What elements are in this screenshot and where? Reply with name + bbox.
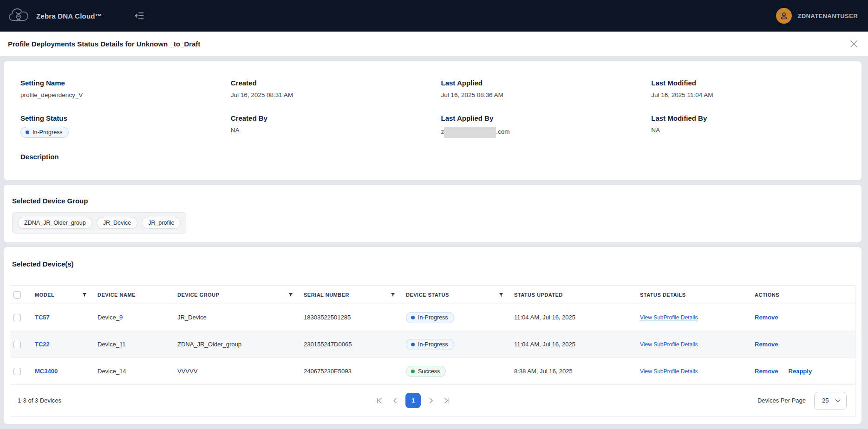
status-updated-cell: 11:04 AM, Jul 16, 2025 xyxy=(510,341,636,348)
filter-icon[interactable] xyxy=(390,292,396,298)
table-row: TC22Device_11ZDNA_JR_Older_group23015524… xyxy=(10,331,855,358)
selected-devices-title: Selected Device(s) xyxy=(12,260,855,268)
remove-action-link[interactable]: Remove xyxy=(755,368,778,375)
created-label: Created xyxy=(231,79,441,87)
overview-column-3: Last Applied Jul 16, 2025 08:36 AM Last … xyxy=(441,79,652,180)
reapply-action-link[interactable]: Reapply xyxy=(789,368,812,375)
row-checkbox[interactable] xyxy=(13,368,21,375)
sidebar-collapse-icon[interactable] xyxy=(133,9,146,22)
status-updated-cell: 8:38 AM, Jul 16, 2025 xyxy=(510,368,636,375)
device-status-text: In-Progress xyxy=(418,314,448,321)
first-page-icon[interactable] xyxy=(374,395,385,406)
person-icon xyxy=(779,11,789,20)
column-header-device-name[interactable]: DEVICE NAME xyxy=(94,292,174,298)
column-header-status-updated[interactable]: STATUS UPDATED xyxy=(510,292,636,298)
column-header-device-group[interactable]: DEVICE GROUP xyxy=(174,292,300,298)
column-header-actions[interactable]: ACTIONS xyxy=(751,292,855,298)
dialog-title-bar: Profile Deployments Status Details for U… xyxy=(0,32,868,56)
serial-number-cell: 230155247D0065 xyxy=(300,341,402,348)
remove-action-link[interactable]: Remove xyxy=(755,314,778,321)
remove-action-link[interactable]: Remove xyxy=(755,341,778,348)
email-prefix: z xyxy=(441,128,444,135)
row-checkbox[interactable] xyxy=(13,314,21,321)
view-subprofile-details-link[interactable]: View SubProfile Details xyxy=(640,368,698,375)
column-header-status-details[interactable]: STATUS DETAILS xyxy=(636,292,751,298)
description-value xyxy=(20,165,231,173)
field-setting-status: Setting Status In-Progress xyxy=(20,114,231,138)
devices-table-header: MODEL DEVICE NAME DEVICE GROUP SERIAL NU… xyxy=(10,286,855,304)
actions-cell: Remove xyxy=(751,341,855,348)
previous-page-icon[interactable] xyxy=(390,395,401,406)
last-applied-label: Last Applied xyxy=(441,79,652,87)
view-subprofile-details-link[interactable]: View SubProfile Details xyxy=(640,314,698,321)
device-group-chip[interactable]: JR_profile xyxy=(142,217,181,229)
status-dot-icon xyxy=(411,370,415,373)
actions-cell: RemoveReapply xyxy=(751,368,855,375)
last-page-icon[interactable] xyxy=(441,395,452,406)
setting-name-label: Setting Name xyxy=(20,79,231,87)
filter-icon[interactable] xyxy=(82,292,87,298)
view-subprofile-details-link[interactable]: View SubProfile Details xyxy=(640,341,698,348)
model-header-label: MODEL xyxy=(35,292,54,298)
setting-status-badge-text: In-Progress xyxy=(33,129,63,136)
filter-icon[interactable] xyxy=(288,292,294,298)
model-link[interactable]: TC22 xyxy=(35,341,50,348)
app-title: Zebra DNA Cloud™ xyxy=(36,12,102,20)
close-icon[interactable] xyxy=(848,38,860,50)
zebra-dna-cloud-logo-icon xyxy=(8,6,30,26)
serial-number-cell: 18303522501285 xyxy=(300,314,402,321)
deployment-overview-card: Setting Name profile_dependency_V Settin… xyxy=(4,61,861,180)
status-details-header-label: STATUS DETAILS xyxy=(640,292,686,298)
actions-header-label: ACTIONS xyxy=(755,292,779,298)
device-group-chip[interactable]: ZDNA_JR_Older_group xyxy=(18,217,92,229)
status-dot-icon xyxy=(411,343,415,346)
device-status-text: Success xyxy=(418,368,440,375)
filter-icon[interactable] xyxy=(498,292,504,298)
username-label[interactable]: ZDNATENANTUSER xyxy=(797,13,858,20)
row-checkbox[interactable] xyxy=(13,341,21,348)
field-created-by: Created By NA xyxy=(231,114,441,135)
devices-per-page-select[interactable]: 25 xyxy=(814,392,847,410)
selected-device-group-title: Selected Device Group xyxy=(12,197,861,205)
device-group-cell: ZDNA_JR_Older_group xyxy=(174,341,300,348)
column-header-serial-number[interactable]: SERIAL NUMBER xyxy=(300,292,402,298)
device-group-cell: VVVVV xyxy=(174,368,300,375)
select-all-checkbox[interactable] xyxy=(13,291,21,299)
current-page-button[interactable]: 1 xyxy=(405,393,421,408)
setting-name-value: profile_dependency_V xyxy=(20,91,231,99)
pagination-controls: 1 xyxy=(374,385,452,416)
redacted-email-blur xyxy=(444,127,496,138)
created-value: Jul 16, 2025 08:31 AM xyxy=(231,91,441,99)
model-link[interactable]: MC3400 xyxy=(35,368,58,375)
column-header-model[interactable]: MODEL xyxy=(31,292,94,298)
devices-per-page-control: Devices Per Page 25 xyxy=(757,392,855,410)
overview-column-4: Last Modified Jul 16, 2025 11:04 AM Last… xyxy=(651,79,861,180)
actions-cell: Remove xyxy=(751,314,855,321)
model-link[interactable]: TC57 xyxy=(35,314,50,321)
last-applied-by-label: Last Applied By xyxy=(441,114,652,122)
field-description: Description xyxy=(20,153,231,173)
devices-per-page-label: Devices Per Page xyxy=(757,397,806,404)
last-modified-by-label: Last Modified By xyxy=(651,114,861,122)
overview-column-2: Created Jul 16, 2025 08:31 AM Created By… xyxy=(231,79,441,180)
status-updated-cell: 11:04 AM, Jul 16, 2025 xyxy=(510,314,636,321)
device-name-cell: Device_14 xyxy=(94,368,174,375)
last-applied-by-value: z.com xyxy=(441,127,652,138)
device-group-chip[interactable]: JR_Device xyxy=(97,217,137,229)
device-group-chip-container: ZDNA_JR_Older_groupJR_DeviceJR_profile xyxy=(12,212,186,234)
device-name-header-label: DEVICE NAME xyxy=(98,292,136,298)
setting-status-badge: In-Progress xyxy=(20,127,69,138)
status-updated-header-label: STATUS UPDATED xyxy=(514,292,563,298)
page-title: Profile Deployments Status Details for U… xyxy=(8,40,200,48)
next-page-icon[interactable] xyxy=(425,395,437,406)
devices-table-footer: 1-3 of 3 Devices 1 Devices Per Page 25 xyxy=(10,385,855,416)
setting-status-label: Setting Status xyxy=(20,114,231,122)
last-modified-label: Last Modified xyxy=(651,79,861,87)
column-header-device-status[interactable]: DEVICE STATUS xyxy=(402,292,510,298)
status-dot-icon xyxy=(411,316,415,319)
serial-number-cell: 240675230E5093 xyxy=(300,368,402,375)
devices-table: MODEL DEVICE NAME DEVICE GROUP SERIAL NU… xyxy=(10,285,855,416)
device-name-cell: Device_9 xyxy=(94,314,174,321)
user-avatar[interactable] xyxy=(776,8,792,24)
selected-device-group-card: Selected Device Group ZDNA_JR_Older_grou… xyxy=(4,185,861,242)
